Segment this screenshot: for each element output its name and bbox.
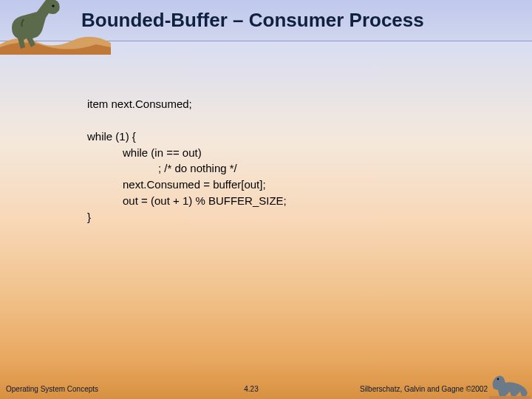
code-line: ; /* do nothing */ <box>87 160 287 177</box>
code-line: while (1) { <box>87 129 287 145</box>
sauropod-icon <box>489 366 531 399</box>
footer-page: 4.23 <box>168 385 334 393</box>
code-declaration: item next.Consumed; <box>87 96 287 112</box>
svg-point-1 <box>497 378 499 380</box>
code-line: while (in == out) <box>87 145 287 161</box>
footer-left: Operating System Concepts <box>6 385 168 393</box>
code-block: item next.Consumed; while (1) { while (i… <box>87 96 287 225</box>
footer: Operating System Concepts 4.23 Silbersch… <box>0 375 532 395</box>
slide-title: Bounded-Buffer – Consumer Process <box>81 9 424 32</box>
code-line: out = (out + 1) % BUFFER_SIZE; <box>87 193 287 209</box>
trex-icon <box>1 0 75 53</box>
svg-point-0 <box>52 4 54 7</box>
code-line: next.Consumed = buffer[out]; <box>87 177 287 193</box>
code-line: } <box>87 209 287 225</box>
